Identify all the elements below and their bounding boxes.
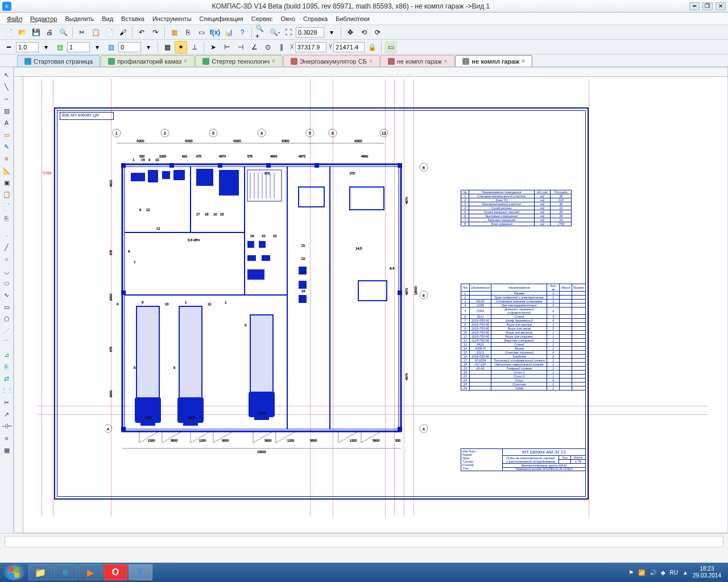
- collect-icon[interactable]: ▦: [1, 444, 13, 456]
- chevron-down-icon[interactable]: ▾: [142, 41, 155, 53]
- arc-icon[interactable]: ◡: [1, 265, 13, 277]
- close-icon[interactable]: ×: [369, 58, 373, 64]
- zoom-input[interactable]: [296, 27, 324, 38]
- close-icon[interactable]: ×: [184, 58, 187, 64]
- layer-input[interactable]: [67, 42, 90, 52]
- style-input[interactable]: [118, 42, 141, 52]
- preview-icon[interactable]: 🔍: [57, 26, 69, 39]
- rotate-icon[interactable]: ⟲: [358, 26, 370, 39]
- help-icon[interactable]: ?: [236, 26, 249, 39]
- lock-icon[interactable]: 🔒: [366, 41, 378, 53]
- coord-y-input[interactable]: [333, 42, 365, 52]
- tray-volume-icon[interactable]: 🔊: [650, 569, 656, 576]
- select-icon[interactable]: ▣: [1, 177, 13, 188]
- seg-icon[interactable]: ╱: [1, 242, 13, 253]
- chevron-down-icon[interactable]: ▾: [91, 41, 104, 53]
- insert-icon[interactable]: ⎘: [1, 213, 13, 224]
- ellipse-icon[interactable]: ⬭: [1, 277, 13, 289]
- close-icon[interactable]: ×: [522, 58, 525, 64]
- cut-icon[interactable]: ✂: [76, 26, 88, 39]
- menu-service[interactable]: Сервис: [248, 14, 276, 23]
- drawing-canvas[interactable]: 5700 ВЗЕ-МУ 40608У ЦМ 1 2 3 4 5 6 13 600…: [14, 67, 728, 533]
- chevron-down-icon[interactable]: ▾: [40, 41, 52, 53]
- tray-chevron-icon[interactable]: ▲: [682, 569, 688, 576]
- poly-icon[interactable]: ⬠: [1, 313, 13, 325]
- arrow-icon[interactable]: ➤: [207, 41, 220, 53]
- maximize-button[interactable]: ❐: [702, 2, 713, 10]
- grid-icon[interactable]: ▦: [161, 41, 173, 53]
- extend-icon[interactable]: ↗: [1, 409, 13, 420]
- menu-view[interactable]: Вид: [98, 14, 117, 23]
- fx-icon[interactable]: f(x): [209, 26, 221, 39]
- brush-icon[interactable]: 🖌: [117, 26, 129, 39]
- tab-doc-active[interactable]: не компл гараж×: [455, 55, 532, 66]
- taskbar-clock[interactable]: 18:23 29.03.2014: [693, 566, 721, 579]
- line-style-icon[interactable]: ━: [2, 41, 15, 53]
- taskbar-media[interactable]: ▶: [78, 564, 102, 580]
- perp-icon[interactable]: ⊢: [221, 41, 233, 53]
- pointer-icon[interactable]: ↖: [1, 69, 13, 81]
- print-icon[interactable]: 🖨: [43, 26, 56, 39]
- params-icon[interactable]: ≡: [1, 153, 13, 164]
- menu-libs[interactable]: Библиотеки: [332, 14, 373, 23]
- mirror-icon[interactable]: ⇄: [1, 373, 13, 384]
- refresh-icon[interactable]: ⟳: [371, 26, 384, 39]
- angle-icon[interactable]: ∠: [248, 41, 260, 53]
- taskbar-opera[interactable]: O: [104, 564, 127, 580]
- menu-select[interactable]: Выделить: [61, 14, 97, 23]
- taskbar-ie[interactable]: e: [53, 564, 77, 580]
- paste-icon[interactable]: 📄: [103, 26, 115, 39]
- close-icon[interactable]: ×: [444, 58, 448, 64]
- new-icon[interactable]: 📄: [2, 26, 15, 39]
- spline-icon[interactable]: ∿: [1, 289, 13, 301]
- save-icon[interactable]: 💾: [30, 26, 42, 39]
- trim-icon[interactable]: ✂: [1, 397, 13, 408]
- taskbar-explorer[interactable]: 📁: [28, 564, 52, 580]
- minimize-button[interactable]: ━: [689, 2, 700, 10]
- hatch-icon[interactable]: ▨: [105, 41, 117, 53]
- close-button[interactable]: ✕: [715, 2, 726, 10]
- layer-icon[interactable]: ▤: [53, 41, 66, 53]
- tab-doc-3[interactable]: Энергоаккумулятор СБ×: [283, 55, 380, 66]
- array-icon[interactable]: ⋮⋮: [1, 385, 13, 396]
- fillet-icon[interactable]: ⌒: [1, 337, 13, 348]
- coord-x-input[interactable]: [295, 42, 326, 52]
- copy-tool-icon[interactable]: ⎘: [1, 361, 13, 372]
- tangent-icon[interactable]: ⊙: [262, 41, 274, 53]
- vars-icon[interactable]: 📊: [222, 26, 235, 39]
- menu-insert[interactable]: Вставка: [118, 14, 148, 23]
- start-button[interactable]: [3, 564, 25, 580]
- tray-flag-icon[interactable]: ⚑: [628, 569, 634, 576]
- edit-icon[interactable]: ✎: [1, 141, 13, 152]
- scale-input[interactable]: [16, 42, 39, 52]
- undo-icon[interactable]: ↶: [135, 26, 148, 39]
- spec-icon[interactable]: 📋: [1, 189, 13, 200]
- obj-icon[interactable]: ▭: [195, 26, 208, 39]
- tray-lang[interactable]: RU: [670, 569, 678, 576]
- hatch-tool-icon[interactable]: ▨: [1, 105, 13, 117]
- command-input[interactable]: [5, 536, 723, 547]
- report-icon[interactable]: 📄: [1, 201, 13, 212]
- layers-icon[interactable]: ▦: [168, 26, 180, 39]
- close-icon[interactable]: ×: [272, 58, 275, 64]
- zoom-in-icon[interactable]: 🔍+: [255, 26, 267, 39]
- parallel-icon[interactable]: ∥: [275, 41, 288, 53]
- line-icon[interactable]: ╲: [1, 81, 13, 93]
- menu-spec[interactable]: Спецификация: [196, 14, 247, 23]
- tray-app-icon[interactable]: ◆: [661, 569, 665, 576]
- pan-icon[interactable]: ✥: [344, 26, 357, 39]
- menu-window[interactable]: Окно: [277, 14, 299, 23]
- ortho-icon[interactable]: ⊥: [188, 41, 201, 53]
- dimension-icon[interactable]: ↔: [1, 93, 13, 105]
- point-icon[interactable]: ·: [1, 230, 13, 241]
- tab-doc-2[interactable]: Стертер технологич×: [195, 55, 283, 66]
- break-icon[interactable]: ⊣⊢: [1, 421, 13, 432]
- tab-doc-1[interactable]: профилакторий камаз×: [101, 55, 195, 66]
- circle-icon[interactable]: ○: [1, 253, 13, 265]
- measure-icon[interactable]: 📐: [1, 165, 13, 176]
- tray-network-icon[interactable]: 📶: [638, 569, 645, 576]
- taskbar-kompas[interactable]: К: [129, 564, 152, 580]
- chevron-down-icon[interactable]: ▾: [325, 26, 338, 39]
- rect-icon[interactable]: ▭: [1, 301, 13, 313]
- tab-doc-4[interactable]: не компл гараж×: [380, 55, 455, 66]
